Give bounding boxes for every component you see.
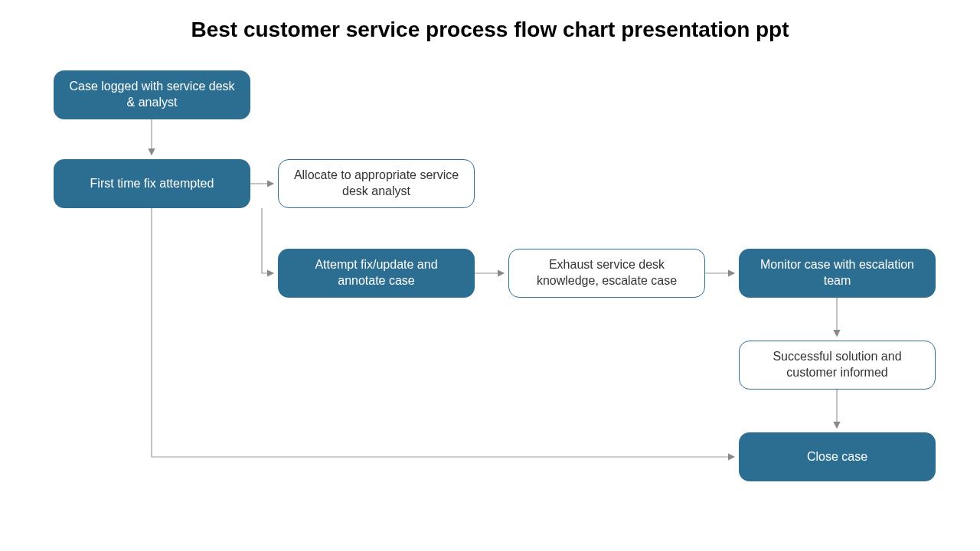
flow-node-label: Close case [807,449,867,465]
arrow-a8 [152,208,734,457]
flow-node-n2: First time fix attempted [54,159,250,208]
flow-node-label: Successful solution and customer informe… [753,349,921,381]
flow-node-n4: Attempt fix/update and annotate case [278,249,475,298]
arrow-a3 [262,208,273,273]
flow-node-label: Case logged with service desk & analyst [67,79,237,111]
flow-node-label: Allocate to appropriate service desk ana… [292,168,460,200]
flow-node-n5: Exhaust service desk knowledge, escalate… [508,249,705,298]
flow-node-n7: Successful solution and customer informe… [739,341,936,390]
flow-node-label: Attempt fix/update and annotate case [292,257,461,289]
flow-node-n1: Case logged with service desk & analyst [54,70,250,119]
flow-node-label: Monitor case with escalation team [753,257,922,289]
flow-node-label: Exhaust service desk knowledge, escalate… [523,257,691,289]
flow-node-n3: Allocate to appropriate service desk ana… [278,159,475,208]
flow-node-label: First time fix attempted [90,176,214,192]
flow-node-n8: Close case [739,432,936,481]
slide-title: Best customer service process flow chart… [0,18,980,42]
flow-node-n6: Monitor case with escalation team [739,249,936,298]
